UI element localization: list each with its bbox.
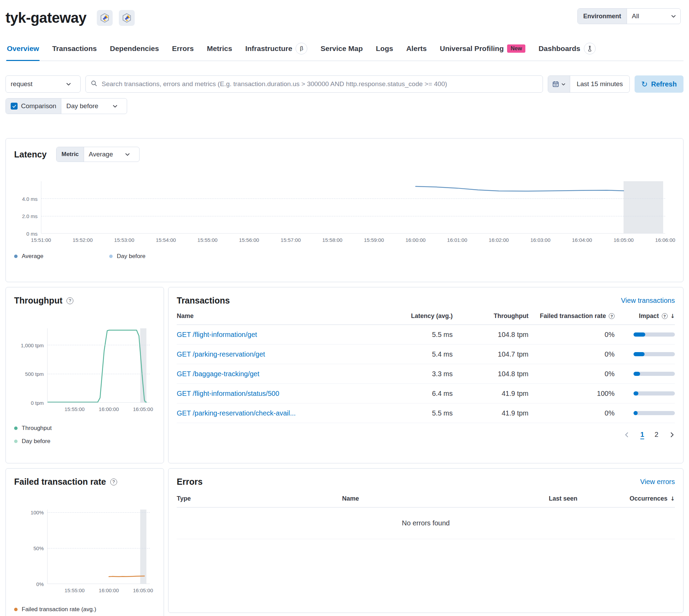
- throughput-title: Throughput: [14, 296, 62, 306]
- cell-latency: 5.5 ms: [384, 409, 453, 417]
- ftr-series: [48, 510, 150, 584]
- search-bar[interactable]: [85, 75, 543, 93]
- legend-item-failed-rate[interactable]: Failed transaction rate (avg.): [14, 606, 155, 613]
- legend-dot: [14, 440, 18, 443]
- time-range-value[interactable]: Last 15 minutes: [570, 80, 629, 88]
- cell-latency: 5.5 ms: [384, 331, 453, 339]
- comparison-checkbox[interactable]: [11, 103, 18, 110]
- tab-transactions[interactable]: Transactions: [51, 41, 97, 61]
- col-failed-rate[interactable]: Failed transaction rate ?: [528, 312, 615, 320]
- latency-chart[interactable]: 4.0 ms2.0 ms0 ms 15:51:0015:52:0015:53:0…: [14, 181, 675, 244]
- environment-select[interactable]: Environment All: [577, 8, 681, 24]
- cell-failed-rate: 0%: [528, 409, 615, 417]
- opentelemetry-agent-badge[interactable]: [97, 10, 113, 26]
- col-type[interactable]: Type: [177, 495, 342, 502]
- tab-dashboards[interactable]: Dashboards: [538, 41, 596, 61]
- latency-legend: Average Day before: [14, 253, 675, 260]
- view-errors-link[interactable]: View errors: [640, 478, 675, 486]
- tab-overview[interactable]: Overview: [6, 41, 40, 61]
- tab-service-map[interactable]: Service Map: [320, 41, 363, 61]
- opentelemetry-icon: [122, 13, 132, 23]
- comparison-select[interactable]: Day before: [61, 102, 127, 110]
- page-1-button[interactable]: 1: [640, 431, 644, 439]
- legend-item-throughput[interactable]: Throughput: [14, 425, 155, 432]
- tab-metrics[interactable]: Metrics: [206, 41, 233, 61]
- ftr-chart[interactable]: 100%50%0% 15:55:0016:00:0016:05:00: [14, 510, 155, 594]
- errors-empty-message: No errors found: [177, 507, 675, 539]
- legend-item-day-before[interactable]: Day before: [14, 438, 155, 445]
- cell-latency: 6.4 ms: [384, 390, 453, 398]
- metric-value: Average: [84, 151, 139, 158]
- page-title: tyk-gateway: [6, 10, 86, 26]
- table-row: GET /parking-reservation/get 5.4 ms 104.…: [177, 345, 675, 364]
- search-icon: [91, 80, 97, 88]
- impact-bar: [615, 391, 675, 396]
- ftr-y-axis: 100%50%0%: [14, 510, 47, 584]
- previous-page-button[interactable]: [624, 432, 630, 438]
- impact-bar: [615, 411, 675, 415]
- tab-universal-profiling[interactable]: Universal Profiling New: [439, 41, 526, 61]
- throughput-panel: Throughput ? 1,000 tpm500 tpm0 tpm 15:55…: [6, 287, 164, 463]
- tab-infrastructure-label: Infrastructure: [245, 44, 292, 53]
- query-type-select[interactable]: request: [6, 75, 81, 93]
- refresh-label: Refresh: [651, 80, 677, 88]
- transaction-link[interactable]: GET /flight-information/get: [177, 331, 384, 339]
- col-last-seen[interactable]: Last seen: [549, 495, 599, 502]
- legend-item-day-before[interactable]: Day before: [109, 253, 199, 260]
- col-latency[interactable]: Latency (avg.): [384, 312, 453, 320]
- tab-alerts[interactable]: Alerts: [405, 41, 428, 61]
- latency-plot-area[interactable]: [41, 181, 665, 234]
- help-icon[interactable]: ?: [609, 313, 615, 319]
- help-icon[interactable]: ?: [110, 479, 117, 485]
- help-icon[interactable]: ?: [66, 297, 73, 304]
- throughput-plot-area[interactable]: [47, 328, 150, 403]
- tab-errors[interactable]: Errors: [171, 41, 194, 61]
- errors-panel: Errors View errors Type Name Last seen O…: [168, 468, 683, 613]
- transaction-link[interactable]: GET /parking-reservation/check-avail...: [177, 409, 384, 417]
- refresh-button[interactable]: ↻ Refresh: [635, 75, 683, 93]
- table-row: GET /flight-information/get 5.5 ms 104.8…: [177, 325, 675, 345]
- search-input[interactable]: [101, 80, 538, 88]
- errors-table-header: Type Name Last seen Occurrences ↓: [177, 495, 675, 507]
- opentelemetry-sdk-badge[interactable]: [119, 10, 135, 26]
- transaction-link[interactable]: GET /parking-reservation/get: [177, 350, 384, 358]
- next-page-button[interactable]: [669, 432, 675, 438]
- date-quick-select[interactable]: [548, 76, 570, 92]
- transaction-link[interactable]: GET /baggage-tracking/get: [177, 370, 384, 378]
- errors-title: Errors: [177, 477, 203, 487]
- page-2-button[interactable]: 2: [655, 431, 658, 439]
- impact-bar: [615, 372, 675, 376]
- legend-label: Failed transaction rate (avg.): [22, 606, 96, 613]
- throughput-chart[interactable]: 1,000 tpm500 tpm0 tpm 15:55:0016:00:0016…: [14, 328, 155, 413]
- help-icon[interactable]: ?: [662, 313, 668, 319]
- transactions-title: Transactions: [177, 296, 230, 306]
- ftr-legend: Failed transaction rate (avg.) Day befor…: [14, 606, 155, 616]
- date-picker[interactable]: Last 15 minutes: [548, 75, 630, 93]
- col-name[interactable]: Name: [177, 312, 384, 320]
- ftr-plot-area[interactable]: [47, 510, 150, 584]
- legend-label: Day before: [117, 253, 145, 260]
- col-name[interactable]: Name: [342, 495, 549, 502]
- tab-infrastructure[interactable]: Infrastructure β: [245, 41, 308, 61]
- comparison-value: Day before: [66, 102, 98, 110]
- calendar-icon: [552, 81, 559, 88]
- latency-metric-select[interactable]: Metric Average: [56, 147, 139, 162]
- chevron-down-icon: [125, 152, 134, 157]
- comparison-toggle[interactable]: Comparison: [6, 99, 61, 114]
- legend-dot: [14, 255, 18, 258]
- tab-dependencies[interactable]: Dependencies: [109, 41, 160, 61]
- legend-item-average[interactable]: Average: [14, 253, 104, 260]
- cell-failed-rate: 0%: [528, 350, 615, 358]
- comparison-row: Comparison Day before: [6, 98, 683, 114]
- chevron-down-icon: [561, 82, 566, 86]
- col-occurrences[interactable]: Occurrences ↓: [599, 495, 675, 502]
- tab-dashboards-label: Dashboards: [538, 44, 580, 53]
- beta-badge: β: [296, 43, 307, 54]
- cell-latency: 3.3 ms: [384, 370, 453, 378]
- col-impact[interactable]: Impact ? ↓: [615, 312, 675, 320]
- transaction-link[interactable]: GET /flight-information/status/500: [177, 390, 384, 398]
- tab-logs[interactable]: Logs: [375, 41, 394, 61]
- view-transactions-link[interactable]: View transactions: [621, 297, 675, 305]
- chevron-down-icon: [112, 103, 122, 109]
- col-throughput[interactable]: Throughput: [453, 312, 528, 320]
